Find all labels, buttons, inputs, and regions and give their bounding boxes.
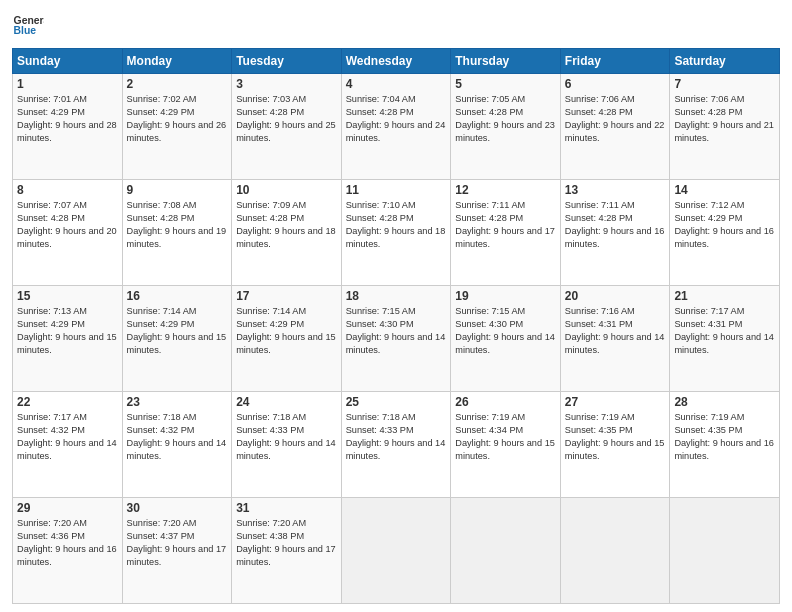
calendar-cell: 23 Sunrise: 7:18 AMSunset: 4:32 PMDaylig… [122,392,232,498]
day-number: 14 [674,183,775,197]
day-number: 21 [674,289,775,303]
calendar-cell: 22 Sunrise: 7:17 AMSunset: 4:32 PMDaylig… [13,392,123,498]
calendar-header-row: SundayMondayTuesdayWednesdayThursdayFrid… [13,49,780,74]
day-info: Sunrise: 7:05 AMSunset: 4:28 PMDaylight:… [455,93,556,145]
calendar-cell: 31 Sunrise: 7:20 AMSunset: 4:38 PMDaylig… [232,498,342,604]
calendar-cell: 18 Sunrise: 7:15 AMSunset: 4:30 PMDaylig… [341,286,451,392]
day-info: Sunrise: 7:20 AMSunset: 4:38 PMDaylight:… [236,517,337,569]
day-number: 12 [455,183,556,197]
header-monday: Monday [122,49,232,74]
week-row-3: 15 Sunrise: 7:13 AMSunset: 4:29 PMDaylig… [13,286,780,392]
day-number: 29 [17,501,118,515]
day-info: Sunrise: 7:16 AMSunset: 4:31 PMDaylight:… [565,305,666,357]
day-info: Sunrise: 7:12 AMSunset: 4:29 PMDaylight:… [674,199,775,251]
top-bar: General Blue [12,10,780,42]
day-number: 18 [346,289,447,303]
day-info: Sunrise: 7:18 AMSunset: 4:33 PMDaylight:… [236,411,337,463]
day-info: Sunrise: 7:04 AMSunset: 4:28 PMDaylight:… [346,93,447,145]
day-info: Sunrise: 7:20 AMSunset: 4:36 PMDaylight:… [17,517,118,569]
calendar-cell: 2 Sunrise: 7:02 AMSunset: 4:29 PMDayligh… [122,74,232,180]
day-info: Sunrise: 7:17 AMSunset: 4:32 PMDaylight:… [17,411,118,463]
day-info: Sunrise: 7:09 AMSunset: 4:28 PMDaylight:… [236,199,337,251]
week-row-1: 1 Sunrise: 7:01 AMSunset: 4:29 PMDayligh… [13,74,780,180]
day-number: 25 [346,395,447,409]
calendar-cell: 9 Sunrise: 7:08 AMSunset: 4:28 PMDayligh… [122,180,232,286]
day-number: 24 [236,395,337,409]
day-number: 27 [565,395,666,409]
calendar-cell: 6 Sunrise: 7:06 AMSunset: 4:28 PMDayligh… [560,74,670,180]
page: General Blue SundayMondayTuesdayWednesda… [0,0,792,612]
calendar-cell: 14 Sunrise: 7:12 AMSunset: 4:29 PMDaylig… [670,180,780,286]
week-row-2: 8 Sunrise: 7:07 AMSunset: 4:28 PMDayligh… [13,180,780,286]
day-number: 6 [565,77,666,91]
day-info: Sunrise: 7:02 AMSunset: 4:29 PMDaylight:… [127,93,228,145]
calendar-cell: 1 Sunrise: 7:01 AMSunset: 4:29 PMDayligh… [13,74,123,180]
svg-text:Blue: Blue [14,25,37,36]
calendar-cell [451,498,561,604]
calendar-cell: 17 Sunrise: 7:14 AMSunset: 4:29 PMDaylig… [232,286,342,392]
header-friday: Friday [560,49,670,74]
calendar-cell: 13 Sunrise: 7:11 AMSunset: 4:28 PMDaylig… [560,180,670,286]
calendar-cell: 19 Sunrise: 7:15 AMSunset: 4:30 PMDaylig… [451,286,561,392]
day-number: 8 [17,183,118,197]
day-number: 5 [455,77,556,91]
day-info: Sunrise: 7:11 AMSunset: 4:28 PMDaylight:… [455,199,556,251]
calendar-cell: 26 Sunrise: 7:19 AMSunset: 4:34 PMDaylig… [451,392,561,498]
day-info: Sunrise: 7:14 AMSunset: 4:29 PMDaylight:… [236,305,337,357]
day-info: Sunrise: 7:13 AMSunset: 4:29 PMDaylight:… [17,305,118,357]
calendar-cell: 25 Sunrise: 7:18 AMSunset: 4:33 PMDaylig… [341,392,451,498]
day-number: 22 [17,395,118,409]
day-info: Sunrise: 7:11 AMSunset: 4:28 PMDaylight:… [565,199,666,251]
header-wednesday: Wednesday [341,49,451,74]
day-number: 17 [236,289,337,303]
day-number: 1 [17,77,118,91]
day-info: Sunrise: 7:06 AMSunset: 4:28 PMDaylight:… [565,93,666,145]
calendar-cell: 29 Sunrise: 7:20 AMSunset: 4:36 PMDaylig… [13,498,123,604]
day-number: 26 [455,395,556,409]
day-info: Sunrise: 7:01 AMSunset: 4:29 PMDaylight:… [17,93,118,145]
calendar-cell: 8 Sunrise: 7:07 AMSunset: 4:28 PMDayligh… [13,180,123,286]
day-number: 13 [565,183,666,197]
day-number: 20 [565,289,666,303]
week-row-5: 29 Sunrise: 7:20 AMSunset: 4:36 PMDaylig… [13,498,780,604]
calendar-cell: 3 Sunrise: 7:03 AMSunset: 4:28 PMDayligh… [232,74,342,180]
day-number: 30 [127,501,228,515]
day-info: Sunrise: 7:17 AMSunset: 4:31 PMDaylight:… [674,305,775,357]
day-info: Sunrise: 7:18 AMSunset: 4:32 PMDaylight:… [127,411,228,463]
day-number: 19 [455,289,556,303]
day-info: Sunrise: 7:19 AMSunset: 4:35 PMDaylight:… [674,411,775,463]
day-number: 16 [127,289,228,303]
calendar-cell: 7 Sunrise: 7:06 AMSunset: 4:28 PMDayligh… [670,74,780,180]
calendar-cell: 16 Sunrise: 7:14 AMSunset: 4:29 PMDaylig… [122,286,232,392]
calendar-table: SundayMondayTuesdayWednesdayThursdayFrid… [12,48,780,604]
day-info: Sunrise: 7:19 AMSunset: 4:35 PMDaylight:… [565,411,666,463]
day-info: Sunrise: 7:08 AMSunset: 4:28 PMDaylight:… [127,199,228,251]
day-info: Sunrise: 7:18 AMSunset: 4:33 PMDaylight:… [346,411,447,463]
calendar-cell: 11 Sunrise: 7:10 AMSunset: 4:28 PMDaylig… [341,180,451,286]
calendar-cell [341,498,451,604]
day-info: Sunrise: 7:03 AMSunset: 4:28 PMDaylight:… [236,93,337,145]
day-number: 7 [674,77,775,91]
day-info: Sunrise: 7:14 AMSunset: 4:29 PMDaylight:… [127,305,228,357]
week-row-4: 22 Sunrise: 7:17 AMSunset: 4:32 PMDaylig… [13,392,780,498]
calendar-cell: 27 Sunrise: 7:19 AMSunset: 4:35 PMDaylig… [560,392,670,498]
day-number: 15 [17,289,118,303]
day-info: Sunrise: 7:20 AMSunset: 4:37 PMDaylight:… [127,517,228,569]
day-number: 2 [127,77,228,91]
header-tuesday: Tuesday [232,49,342,74]
day-number: 3 [236,77,337,91]
calendar-cell: 30 Sunrise: 7:20 AMSunset: 4:37 PMDaylig… [122,498,232,604]
calendar-cell: 28 Sunrise: 7:19 AMSunset: 4:35 PMDaylig… [670,392,780,498]
header-thursday: Thursday [451,49,561,74]
header-sunday: Sunday [13,49,123,74]
day-info: Sunrise: 7:15 AMSunset: 4:30 PMDaylight:… [346,305,447,357]
calendar-cell: 12 Sunrise: 7:11 AMSunset: 4:28 PMDaylig… [451,180,561,286]
logo-icon: General Blue [12,10,44,42]
day-number: 28 [674,395,775,409]
day-number: 31 [236,501,337,515]
day-info: Sunrise: 7:19 AMSunset: 4:34 PMDaylight:… [455,411,556,463]
day-info: Sunrise: 7:10 AMSunset: 4:28 PMDaylight:… [346,199,447,251]
calendar-cell: 20 Sunrise: 7:16 AMSunset: 4:31 PMDaylig… [560,286,670,392]
calendar-cell: 21 Sunrise: 7:17 AMSunset: 4:31 PMDaylig… [670,286,780,392]
calendar-cell: 4 Sunrise: 7:04 AMSunset: 4:28 PMDayligh… [341,74,451,180]
